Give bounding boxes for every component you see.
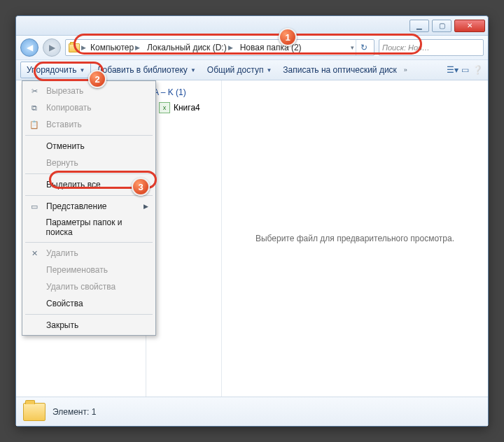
- organize-label: Упорядочить: [27, 65, 76, 75]
- view-options-button[interactable]: ☰▾: [446, 64, 458, 76]
- overflow-chevron-icon[interactable]: »: [404, 66, 407, 73]
- search-placeholder: Поиск: Нов…: [382, 43, 430, 52]
- menu-close[interactable]: Закрыть: [24, 317, 154, 334]
- chevron-right-icon: ▶: [144, 203, 148, 210]
- organize-menu: ✂Вырезать ⧉Копировать 📋Вставить Отменить…: [22, 80, 156, 336]
- menu-cut[interactable]: ✂Вырезать: [24, 83, 154, 99]
- menu-redo[interactable]: Вернуть: [24, 155, 154, 171]
- organize-button[interactable]: Упорядочить ▼: [20, 62, 91, 78]
- command-bar: Упорядочить ▼ Добавить в библиотеку ▼ Об…: [16, 59, 488, 80]
- content-area: A – K (1) x Книга4 Выберите файл для пре…: [146, 80, 488, 397]
- group-header[interactable]: A – K (1): [149, 85, 218, 100]
- menu-properties[interactable]: Свойства: [24, 295, 154, 312]
- copy-icon: ⧉: [28, 102, 41, 113]
- status-bar: Элемент: 1: [16, 397, 488, 426]
- chevron-right-icon: ▶: [81, 44, 86, 51]
- menu-separator: [25, 242, 153, 243]
- maximize-button[interactable]: ▢: [432, 20, 451, 32]
- nav-bar: ◀ ▶ ▶ Компьютер ▶ Локальный диск (D:) ▶ …: [16, 36, 488, 59]
- paste-icon: 📋: [28, 119, 41, 130]
- titlebar: ▁ ▢ ✕: [16, 16, 488, 36]
- file-item[interactable]: x Книга4: [149, 100, 218, 115]
- help-button[interactable]: ❔: [471, 64, 484, 76]
- excel-file-icon: x: [159, 102, 170, 113]
- menu-separator: [25, 173, 153, 174]
- file-list[interactable]: A – K (1) x Книга4: [146, 80, 222, 397]
- annotation-badge-2: 2: [88, 70, 106, 88]
- explorer-window: ▁ ▢ ✕ ◀ ▶ ▶ Компьютер ▶ Локальный диск (…: [15, 15, 489, 427]
- chevron-down-icon: ▼: [266, 67, 272, 73]
- share-label: Общий доступ: [207, 65, 264, 75]
- menu-delete[interactable]: ✕Удалить: [24, 245, 154, 262]
- preview-pane: Выберите файл для предварительного просм…: [222, 80, 488, 397]
- layout-icon: ▭: [28, 201, 41, 212]
- menu-rename[interactable]: Переименовать: [24, 262, 154, 278]
- cut-icon: ✂: [28, 85, 41, 97]
- menu-layout[interactable]: ▭Представление▶: [24, 198, 154, 215]
- share-button[interactable]: Общий доступ ▼: [202, 62, 278, 78]
- menu-separator: [25, 135, 153, 136]
- preview-text: Выберите файл для предварительного просм…: [255, 234, 454, 243]
- minimize-button[interactable]: ▁: [410, 20, 429, 32]
- menu-remove-props[interactable]: Удалить свойства: [24, 278, 154, 295]
- status-text: Элемент: 1: [52, 407, 96, 417]
- annotation-badge-3: 3: [132, 178, 150, 196]
- menu-paste[interactable]: 📋Вставить: [24, 116, 154, 133]
- breadcrumb-label: Компьютер: [90, 43, 134, 52]
- body: ✂Вырезать ⧉Копировать 📋Вставить Отменить…: [16, 80, 488, 397]
- chevron-down-icon: ▼: [190, 67, 196, 73]
- breadcrumb-item-computer[interactable]: Компьютер ▶: [88, 40, 143, 55]
- add-to-library-button[interactable]: Добавить в библиотеку ▼: [91, 62, 201, 78]
- back-button[interactable]: ◀: [20, 38, 38, 57]
- annotation-badge-1: 1: [279, 28, 297, 46]
- menu-copy[interactable]: ⧉Копировать: [24, 99, 154, 116]
- menu-separator: [25, 195, 153, 196]
- delete-icon: ✕: [28, 248, 41, 259]
- menu-separator: [25, 314, 153, 315]
- chevron-down-icon: ▼: [79, 67, 85, 73]
- search-input[interactable]: Поиск: Нов…: [379, 39, 484, 56]
- address-bar[interactable]: ▶ Компьютер ▶ Локальный диск (D:) ▶ Нова…: [65, 39, 374, 56]
- breadcrumb-item-drive[interactable]: Локальный диск (D:) ▶: [144, 40, 236, 55]
- chevron-right-icon: ▶: [228, 44, 233, 51]
- address-dropdown-icon[interactable]: ▾: [351, 44, 354, 51]
- folder-icon: [69, 43, 80, 52]
- library-label: Добавить в библиотеку: [97, 65, 188, 75]
- close-window-button[interactable]: ✕: [454, 20, 485, 32]
- menu-folder-options[interactable]: Параметры папок и поиска: [24, 215, 154, 240]
- burn-label: Записать на оптический диск: [283, 65, 397, 75]
- breadcrumb-label: Локальный диск (D:): [147, 43, 227, 52]
- forward-button[interactable]: ▶: [43, 38, 61, 57]
- file-name: Книга4: [174, 103, 200, 113]
- chevron-right-icon: ▶: [135, 44, 140, 51]
- burn-button[interactable]: Записать на оптический диск: [277, 62, 402, 78]
- preview-pane-button[interactable]: ▭: [458, 64, 471, 76]
- refresh-button[interactable]: ↻: [356, 40, 371, 55]
- folder-icon: [23, 403, 46, 421]
- menu-undo[interactable]: Отменить: [24, 138, 154, 155]
